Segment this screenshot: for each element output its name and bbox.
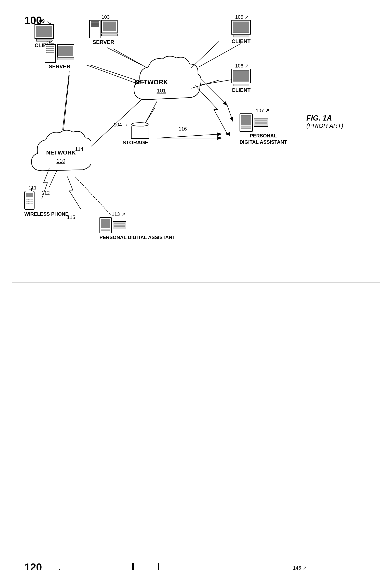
svg-line-5 (199, 77, 227, 105)
server-top-icon (89, 20, 118, 38)
svg-text:NETWORK: NETWORK (46, 150, 76, 156)
server-left-monitor (57, 44, 74, 60)
server-left-tower (45, 44, 56, 63)
client-mr-icon (231, 69, 251, 86)
ref-115: 115 (67, 214, 75, 220)
phone-icon (24, 191, 35, 210)
svg-text:110: 110 (56, 158, 65, 164)
fig1b-arrow: ↘ (58, 567, 63, 570)
pda-right-icon (239, 113, 287, 132)
ref-116: 116 (179, 126, 187, 132)
wireless-phone: 111 WIRELESS PHONE (24, 185, 69, 217)
network-110-cloud: NETWORK 110 (28, 128, 91, 181)
display-unit: 146 ↗ DISPLAY (278, 565, 308, 570)
client-tr-icon (231, 20, 251, 37)
fig1b-diagram-number: 120 (24, 561, 42, 570)
pda-bottom: 113 ↗ PERSONAL DIGITAL ASSISTANT (99, 211, 175, 240)
network-110: NETWORK 110 (28, 128, 91, 182)
client-mid-right: 106 ↗ CLIENT (231, 63, 251, 93)
svg-line-6 (227, 105, 233, 122)
server-left-area: 109 CLIENT 102 (45, 39, 74, 70)
client-bl-icon (35, 24, 54, 42)
page-container: 100 ↘ FIG. 1A (PRIOR ART) (0, 0, 392, 570)
network-101: NETWORK 101 (130, 53, 201, 111)
storage: 104 → STORAGE (122, 122, 149, 146)
svg-line-10 (63, 71, 70, 130)
fig1a-label: FIG. 1A (PRIOR ART) (306, 114, 343, 129)
fig1b-section: 120 ↘ FIG. 1B (PRIOR ART) (12, 283, 380, 567)
fig1b-connections (12, 557, 392, 570)
fig1b-lines (12, 559, 392, 570)
svg-text:NETWORK: NETWORK (134, 78, 168, 86)
pda-right: 107 ↗ PERSONALDIGITAL ASSISTANT (239, 108, 287, 145)
client-bottom-left: 109 CLIENT (35, 18, 54, 49)
svg-line-7 (159, 134, 222, 138)
ref-114: 114 (75, 146, 83, 152)
ref-112: 112 (42, 190, 50, 196)
storage-icon (131, 122, 149, 139)
svg-line-9 (75, 177, 111, 215)
pda-bottom-icon (99, 217, 175, 233)
svg-line-19 (64, 75, 69, 130)
system-bus (132, 563, 134, 570)
client-top-right: 105 ↗ CLIENT (231, 14, 251, 45)
svg-text:101: 101 (157, 87, 166, 94)
network-101-cloud: NETWORK 101 (130, 53, 201, 110)
server-top: 103 SERVER (89, 14, 118, 45)
fig1a-section: 100 ↘ FIG. 1A (PRIOR ART) (12, 8, 380, 283)
